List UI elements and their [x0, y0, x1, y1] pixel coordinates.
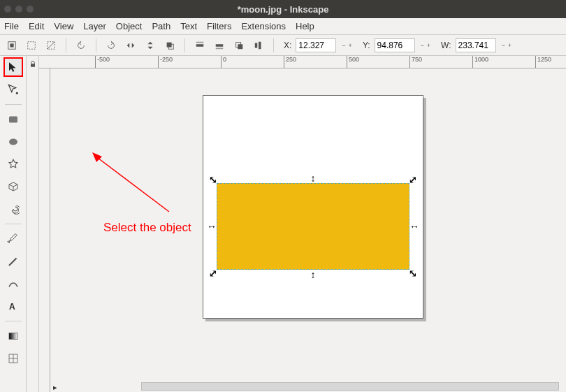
svg-point-17: [9, 139, 17, 145]
window-controls[interactable]: [4, 6, 34, 13]
window-titlebar: *moon.jpg - Inkscape: [0, 0, 566, 18]
w-label: W:: [441, 41, 451, 50]
x-spinner[interactable]: −+: [340, 43, 354, 48]
lock-strip: [27, 56, 39, 392]
canvas[interactable]: Select the object ▸: [50, 68, 566, 392]
svg-rect-16: [9, 117, 17, 123]
menu-filters[interactable]: Filters: [207, 21, 231, 31]
align-button[interactable]: [251, 38, 266, 53]
resize-handle-w[interactable]: [207, 222, 217, 231]
y-spinner[interactable]: −+: [419, 43, 433, 48]
lower-bottom-button[interactable]: [231, 38, 247, 53]
rectangle-object[interactable]: [217, 183, 409, 270]
y-input[interactable]: [375, 38, 415, 52]
spiral-tool[interactable]: [3, 199, 23, 219]
raise-button[interactable]: [192, 38, 208, 53]
svg-rect-2: [28, 41, 36, 49]
menu-text[interactable]: Text: [180, 21, 197, 31]
menu-file[interactable]: File: [4, 21, 19, 31]
calligraphy-tool[interactable]: [3, 274, 23, 293]
svg-rect-21: [31, 64, 35, 67]
ruler-vertical: [39, 68, 50, 392]
svg-marker-23: [92, 152, 102, 162]
resize-handle-sw[interactable]: [208, 268, 218, 278]
svg-point-15: [15, 92, 17, 94]
node-tool[interactable]: [3, 80, 23, 99]
menu-object[interactable]: Object: [116, 21, 143, 31]
flip-h-button[interactable]: [123, 38, 138, 53]
svg-rect-10: [216, 48, 224, 49]
ellipse-tool[interactable]: [3, 132, 23, 152]
mesh-tool[interactable]: [3, 349, 23, 368]
lower-button[interactable]: [212, 38, 227, 53]
svg-rect-11: [238, 44, 242, 49]
svg-rect-7: [196, 44, 204, 47]
text-tool[interactable]: A: [3, 296, 23, 316]
menu-layer[interactable]: Layer: [83, 21, 106, 31]
tool-controls-bar: X: −+ Y: −+ W: −+: [0, 35, 566, 56]
w-spinner[interactable]: −+: [500, 43, 514, 48]
svg-line-22: [98, 158, 169, 212]
select-all-button[interactable]: [24, 38, 39, 53]
annotation-arrow: [92, 152, 176, 215]
resize-handle-s[interactable]: [308, 270, 318, 280]
resize-handle-e[interactable]: [409, 222, 419, 231]
deselect-button[interactable]: [43, 38, 59, 53]
pencil-tool[interactable]: [3, 252, 23, 271]
box3d-tool[interactable]: [3, 177, 23, 196]
expander-icon[interactable]: ▸: [53, 383, 57, 392]
rectangle-tool[interactable]: [3, 110, 23, 129]
svg-rect-5: [167, 42, 172, 47]
svg-text:A: A: [9, 302, 15, 312]
menu-edit[interactable]: Edit: [29, 21, 44, 31]
w-input[interactable]: [456, 38, 496, 52]
resize-handle-se[interactable]: [408, 268, 418, 278]
gradient-tool[interactable]: [3, 326, 23, 346]
rotate-ccw-button[interactable]: [73, 38, 89, 53]
resize-handle-nw[interactable]: [208, 175, 218, 184]
menu-bar: File Edit View Layer Object Path Text Fi…: [0, 18, 566, 35]
menu-path[interactable]: Path: [152, 21, 170, 31]
x-input[interactable]: [296, 38, 336, 52]
svg-rect-8: [196, 41, 204, 43]
svg-rect-9: [216, 44, 224, 47]
toolbox: A: [0, 56, 27, 392]
raise-top-button[interactable]: [162, 38, 177, 53]
svg-rect-14: [259, 41, 261, 49]
y-label: Y:: [363, 41, 370, 50]
svg-rect-13: [255, 43, 258, 48]
pen-tool[interactable]: [3, 229, 23, 249]
svg-rect-1: [10, 43, 13, 47]
window-title: *moon.jpg - Inkscape: [238, 4, 329, 15]
horizontal-scrollbar[interactable]: [141, 382, 559, 391]
lock-icon[interactable]: [29, 59, 37, 71]
resize-handle-ne[interactable]: [408, 175, 418, 184]
star-tool[interactable]: [3, 154, 23, 174]
svg-line-4: [48, 41, 55, 49]
x-label: X:: [284, 41, 291, 50]
menu-view[interactable]: View: [54, 21, 73, 31]
annotation-text: Select the object: [103, 221, 191, 235]
svg-rect-19: [9, 333, 17, 340]
select-all-layers-button[interactable]: [4, 38, 20, 53]
menu-help[interactable]: Help: [296, 21, 314, 31]
rotate-cw-button[interactable]: [103, 38, 119, 53]
flip-v-button[interactable]: [143, 38, 158, 53]
selected-rectangle[interactable]: [211, 177, 415, 275]
selector-tool[interactable]: [3, 57, 23, 77]
menu-extensions[interactable]: Extensions: [241, 21, 286, 31]
resize-handle-n[interactable]: [308, 173, 318, 183]
